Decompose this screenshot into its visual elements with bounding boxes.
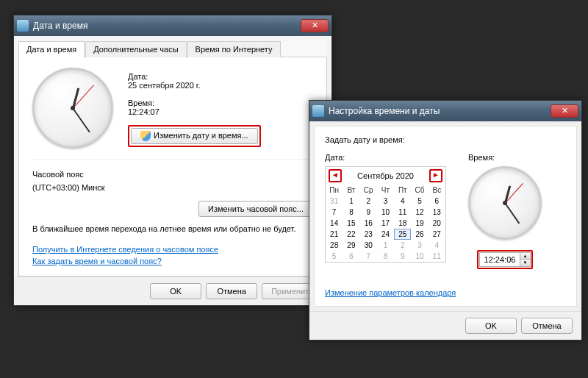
calendar-day[interactable]: 11 bbox=[429, 251, 445, 262]
calendar-day[interactable]: 4 bbox=[429, 240, 445, 251]
calendar-day[interactable]: 20 bbox=[429, 218, 445, 229]
calendar-day[interactable]: 4 bbox=[394, 196, 411, 207]
calendar-dow: Ср bbox=[360, 185, 377, 196]
calendar-day[interactable]: 12 bbox=[411, 207, 428, 218]
calendar-day[interactable]: 16 bbox=[360, 218, 377, 229]
date-label: Дата: bbox=[128, 72, 313, 81]
calendar-day[interactable]: 11 bbox=[394, 207, 411, 218]
analog-clock-2 bbox=[468, 166, 542, 240]
calendar-day[interactable]: 3 bbox=[377, 196, 394, 207]
calendar-day[interactable]: 29 bbox=[343, 240, 359, 251]
spinner-up[interactable]: ▲ bbox=[520, 253, 530, 260]
calendar-day[interactable]: 26 bbox=[411, 229, 428, 240]
dialog-buttons-2: OK Отмена bbox=[309, 311, 581, 340]
calendar-day[interactable]: 6 bbox=[429, 196, 445, 207]
highlight-prev-month: ◄ bbox=[329, 169, 342, 182]
howto-link[interactable]: Как задать время и часовой пояс? bbox=[32, 257, 162, 265]
calendar-day[interactable]: 6 bbox=[343, 251, 359, 262]
calendar-dow: Сб bbox=[411, 185, 428, 196]
dst-info: В ближайшее время перехода на летнее вре… bbox=[32, 224, 313, 233]
app-icon bbox=[17, 20, 29, 32]
calendar-day[interactable]: 2 bbox=[394, 240, 411, 251]
calendar-day[interactable]: 9 bbox=[394, 251, 411, 262]
spinner-down[interactable]: ▼ bbox=[520, 260, 530, 266]
time-field[interactable] bbox=[480, 254, 520, 265]
calendar-day[interactable]: 10 bbox=[377, 207, 394, 218]
app-icon bbox=[312, 105, 324, 117]
calendar-day[interactable]: 7 bbox=[360, 251, 377, 262]
time-value: 12:24:07 bbox=[128, 107, 313, 116]
calendar-day[interactable]: 5 bbox=[411, 196, 428, 207]
time-label-2: Время: bbox=[468, 153, 542, 162]
calendar-dow: Пт bbox=[394, 185, 411, 196]
calendar-day[interactable]: 7 bbox=[326, 207, 343, 218]
timezone-header: Часовой пояс bbox=[32, 170, 313, 179]
timezone-value: (UTC+03:00) Минск bbox=[32, 183, 313, 192]
calendar-day[interactable]: 30 bbox=[360, 240, 377, 251]
change-timezone-button[interactable]: Изменить часовой пояс... bbox=[198, 201, 313, 217]
tab-internet-time[interactable]: Время по Интернету bbox=[187, 41, 281, 57]
calendar-day[interactable]: 15 bbox=[343, 218, 359, 229]
calendar-day[interactable]: 3 bbox=[411, 240, 428, 251]
analog-clock bbox=[32, 68, 113, 149]
dialog-buttons: OK Отмена Применить bbox=[14, 277, 331, 305]
ok-button[interactable]: OK bbox=[150, 283, 201, 299]
calendar-day[interactable]: 1 bbox=[377, 240, 394, 251]
time-label: Время: bbox=[128, 99, 313, 107]
shield-icon bbox=[140, 131, 151, 141]
ok-button-2[interactable]: OK bbox=[465, 318, 517, 334]
calendar-day[interactable]: 8 bbox=[377, 251, 394, 262]
calendar-day[interactable]: 10 bbox=[411, 251, 428, 262]
calendar-dow: Вт bbox=[343, 185, 359, 196]
highlight-next-month: ► bbox=[429, 169, 442, 182]
date-time-window: Дата и время ✕ Дата и время Дополнительн… bbox=[13, 15, 332, 306]
calendar-settings-link[interactable]: Изменение параметров календаря bbox=[325, 288, 456, 297]
titlebar-2[interactable]: Настройка времени и даты ✕ bbox=[309, 101, 581, 121]
next-month-button[interactable]: ► bbox=[431, 171, 441, 181]
date-label-2: Дата: bbox=[325, 153, 446, 162]
time-spinner[interactable]: ▲ ▼ bbox=[520, 253, 530, 266]
tab-additional-clocks[interactable]: Дополнительные часы bbox=[85, 41, 186, 57]
change-date-time-button[interactable]: Изменить дату и время... bbox=[131, 128, 258, 144]
calendar: ◄ Сентябрь 2020 ► ПнВтСрЧтПтСбВс 3112345… bbox=[325, 166, 446, 263]
time-input[interactable]: ▲ ▼ bbox=[479, 252, 531, 267]
calendar-day[interactable]: 8 bbox=[343, 207, 359, 218]
calendar-day[interactable]: 23 bbox=[360, 229, 377, 240]
calendar-title: Сентябрь 2020 bbox=[357, 171, 414, 180]
calendar-dow: Пн bbox=[326, 185, 343, 196]
window-title: Дата и время bbox=[33, 21, 301, 31]
tab-strip: Дата и время Дополнительные часы Время п… bbox=[18, 40, 327, 57]
timezone-info-link[interactable]: Получить в Интернете сведения о часовом … bbox=[32, 245, 218, 254]
calendar-day[interactable]: 31 bbox=[326, 196, 343, 207]
calendar-day[interactable]: 19 bbox=[411, 218, 428, 229]
calendar-day[interactable]: 27 bbox=[429, 229, 445, 240]
titlebar[interactable]: Дата и время ✕ bbox=[14, 15, 331, 36]
tab-date-time[interactable]: Дата и время bbox=[18, 41, 85, 57]
close-button-2[interactable]: ✕ bbox=[551, 104, 578, 118]
calendar-day[interactable]: 9 bbox=[360, 207, 377, 218]
highlight-change-datetime: Изменить дату и время... bbox=[128, 125, 261, 147]
date-value: 25 сентября 2020 г. bbox=[128, 81, 313, 90]
calendar-day[interactable]: 17 bbox=[377, 218, 394, 229]
calendar-day[interactable]: 28 bbox=[326, 240, 343, 251]
calendar-day[interactable]: 18 bbox=[394, 218, 411, 229]
calendar-dow: Вс bbox=[429, 185, 445, 196]
window-title-2: Настройка времени и даты bbox=[329, 106, 551, 116]
cancel-button[interactable]: Отмена bbox=[206, 283, 257, 299]
calendar-day[interactable]: 24 bbox=[377, 229, 394, 240]
set-datetime-header: Задать дату и время: bbox=[325, 135, 566, 144]
calendar-day[interactable]: 25 bbox=[394, 229, 411, 240]
calendar-day[interactable]: 1 bbox=[343, 196, 359, 207]
calendar-day[interactable]: 13 bbox=[429, 207, 445, 218]
prev-month-button[interactable]: ◄ bbox=[330, 171, 340, 181]
cancel-button-2[interactable]: Отмена bbox=[521, 318, 573, 334]
calendar-dow: Чт bbox=[377, 185, 394, 196]
highlight-time-spinner: ▲ ▼ bbox=[477, 250, 533, 269]
calendar-day[interactable]: 5 bbox=[326, 251, 343, 262]
close-button[interactable]: ✕ bbox=[301, 19, 329, 32]
calendar-day[interactable]: 21 bbox=[326, 229, 343, 240]
datetime-settings-window: Настройка времени и даты ✕ Задать дату и… bbox=[309, 100, 582, 340]
calendar-day[interactable]: 22 bbox=[343, 229, 359, 240]
calendar-day[interactable]: 2 bbox=[360, 196, 377, 207]
calendar-day[interactable]: 14 bbox=[326, 218, 343, 229]
